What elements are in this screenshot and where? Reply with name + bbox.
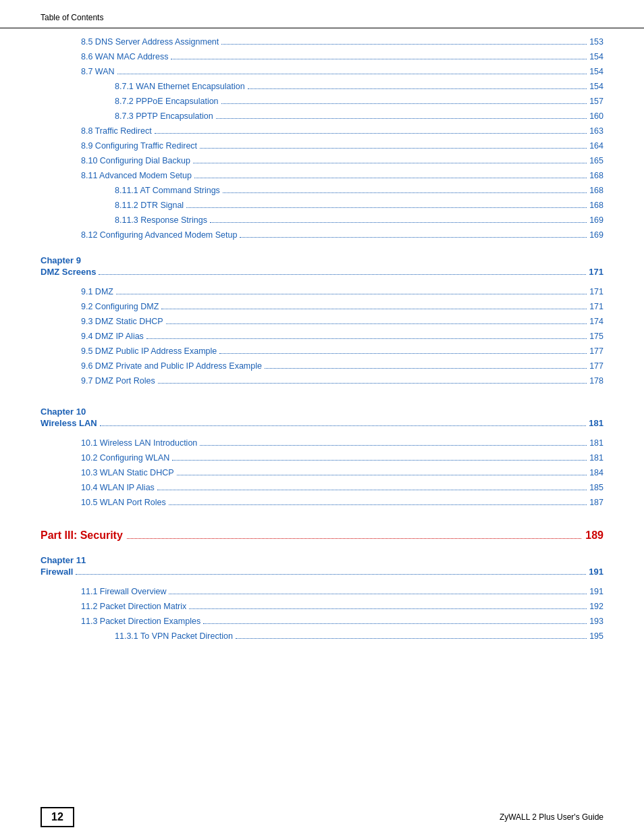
toc-page-8.11: 168 — [589, 169, 603, 182]
chapter-10-heading: Chapter 10 — [41, 407, 603, 417]
toc-label-8.11.1: 8.11.1 AT Command Strings — [115, 184, 220, 197]
toc-page-11.3: 193 — [589, 615, 603, 628]
toc-row-8.7.1[interactable]: 8.7.1 WAN Ethernet Encapsulation154 — [41, 80, 603, 93]
chapter-9-title: DMZ Screens — [41, 267, 96, 277]
chapter-11-heading: Chapter 11 — [41, 555, 603, 565]
toc-page-10.2: 181 — [589, 451, 603, 465]
toc-row-8.7[interactable]: 8.7 WAN154 — [41, 65, 603, 78]
part-3-page: 189 — [585, 529, 603, 542]
part-3-section: Part III: Security 189 — [41, 529, 603, 542]
toc-label-8.9: 8.9 Configuring Traffic Redirect — [81, 139, 197, 153]
chapter-11-page: 191 — [589, 567, 603, 577]
toc-row-10.1[interactable]: 10.1 Wireless LAN Introduction181 — [41, 436, 603, 450]
part-3-label: Part III: Security — [41, 529, 123, 542]
toc-row-11.2[interactable]: 11.2 Packet Direction Matrix192 — [41, 600, 603, 613]
toc-page-8.11.3: 169 — [589, 213, 603, 227]
toc-row-9.7[interactable]: 9.7 DMZ Port Roles178 — [41, 374, 603, 388]
toc-label-8.11.2: 8.11.2 DTR Signal — [115, 199, 184, 212]
toc-row-10.5[interactable]: 10.5 WLAN Port Roles187 — [41, 496, 603, 509]
toc-page-10.4: 185 — [589, 481, 603, 494]
toc-content: 8.5 DNS Server Address Assignment1538.6 … — [0, 35, 644, 643]
footer: 12 ZyWALL 2 Plus User's Guide — [0, 800, 644, 834]
toc-row-11.3.1[interactable]: 11.3.1 To VPN Packet Direction195 — [41, 629, 603, 643]
toc-page-10.3: 184 — [589, 466, 603, 479]
toc-row-8.6[interactable]: 8.6 WAN MAC Address154 — [41, 50, 603, 63]
toc-page-11.3.1: 195 — [589, 629, 603, 643]
toc-dots-8.11 — [194, 178, 587, 178]
toc-dots-8.12 — [240, 237, 587, 238]
chapter-11-dots — [76, 574, 586, 575]
toc-page-8.7: 154 — [589, 65, 603, 78]
chapter-10-dots — [100, 425, 587, 426]
toc-row-10.4[interactable]: 10.4 WLAN IP Alias185 — [41, 481, 603, 494]
toc-row-8.12[interactable]: 8.12 Configuring Advanced Modem Setup169 — [41, 228, 603, 242]
toc-row-11.3[interactable]: 11.3 Packet Direction Examples193 — [41, 615, 603, 628]
toc-row-8.11.1[interactable]: 8.11.1 AT Command Strings168 — [41, 184, 603, 197]
toc-row-9.2[interactable]: 9.2 Configuring DMZ171 — [41, 300, 603, 313]
toc-row-8.7.2[interactable]: 8.7.2 PPPoE Encapsulation157 — [41, 95, 603, 108]
toc-dots-8.7.1 — [248, 88, 587, 89]
toc-dots-8.11.3 — [210, 222, 587, 223]
toc-dots-8.5 — [221, 44, 587, 45]
toc-dots-10.2 — [172, 460, 587, 461]
toc-row-8.9[interactable]: 8.9 Configuring Traffic Redirect164 — [41, 139, 603, 153]
chapter-9-dots — [99, 274, 586, 275]
toc-page-9.2: 171 — [589, 300, 603, 313]
toc-label-9.4: 9.4 DMZ IP Alias — [81, 330, 144, 343]
toc-dots-8.7.3 — [216, 118, 587, 119]
toc-row-11.1[interactable]: 11.1 Firewall Overview191 — [41, 585, 603, 598]
toc-row-9.6[interactable]: 9.6 DMZ Private and Public IP Address Ex… — [41, 359, 603, 373]
toc-label-8.8: 8.8 Traffic Redirect — [81, 124, 152, 138]
chapter-11-title: Firewall — [41, 567, 73, 577]
toc-row-9.1[interactable]: 9.1 DMZ171 — [41, 285, 603, 298]
toc-dots-11.2 — [189, 608, 587, 609]
toc-dots-9.3 — [166, 323, 587, 324]
toc-row-10.3[interactable]: 10.3 WLAN Static DHCP184 — [41, 466, 603, 479]
toc-dots-8.7.2 — [221, 103, 587, 104]
toc-row-8.5[interactable]: 8.5 DNS Server Address Assignment153 — [41, 35, 603, 49]
toc-page-8.10: 165 — [589, 154, 603, 167]
toc-label-10.3: 10.3 WLAN Static DHCP — [81, 466, 174, 479]
toc-row-8.10[interactable]: 8.10 Configuring Dial Backup165 — [41, 154, 603, 167]
toc-row-8.11[interactable]: 8.11 Advanced Modem Setup168 — [41, 169, 603, 182]
toc-row-9.5[interactable]: 9.5 DMZ Public IP Address Example177 — [41, 344, 603, 358]
toc-row-10.2[interactable]: 10.2 Configuring WLAN181 — [41, 451, 603, 465]
toc-page-8.7.3: 160 — [589, 109, 603, 123]
toc-row-9.4[interactable]: 9.4 DMZ IP Alias175 — [41, 330, 603, 343]
toc-dots-9.7 — [158, 383, 587, 384]
part-3-row: Part III: Security 189 — [41, 529, 603, 542]
toc-dots-9.5 — [219, 353, 587, 354]
toc-row-8.11.3[interactable]: 8.11.3 Response Strings169 — [41, 213, 603, 227]
toc-page-8.5: 153 — [589, 35, 603, 49]
toc-dots-10.1 — [200, 445, 587, 446]
chapter-11-entries: 11.1 Firewall Overview19111.2 Packet Dir… — [41, 585, 603, 643]
toc-row-8.11.2[interactable]: 8.11.2 DTR Signal168 — [41, 199, 603, 212]
toc-label-9.1: 9.1 DMZ — [81, 285, 113, 298]
part-3-dots — [127, 538, 581, 539]
toc-label-8.10: 8.10 Configuring Dial Backup — [81, 154, 190, 167]
toc-label-9.5: 9.5 DMZ Public IP Address Example — [81, 344, 217, 358]
toc-dots-10.4 — [157, 490, 587, 490]
toc-label-11.2: 11.2 Packet Direction Matrix — [81, 600, 186, 613]
toc-page-9.3: 174 — [589, 315, 603, 328]
toc-page-10.5: 187 — [589, 496, 603, 509]
header-title: Table of Contents — [41, 13, 103, 22]
toc-label-9.3: 9.3 DMZ Static DHCP — [81, 315, 163, 328]
toc-row-8.7.3[interactable]: 8.7.3 PPTP Encapsulation160 — [41, 109, 603, 123]
toc-page-9.5: 177 — [589, 344, 603, 358]
footer-guide-title: ZyWALL 2 Plus User's Guide — [500, 812, 603, 822]
chapter-9-title-row: DMZ Screens 171 — [41, 267, 603, 277]
toc-row-9.3[interactable]: 9.3 DMZ Static DHCP174 — [41, 315, 603, 328]
toc-page-11.1: 191 — [589, 585, 603, 598]
header: Table of Contents — [0, 0, 644, 28]
chapter-11-title-row: Firewall 191 — [41, 567, 603, 577]
toc-page-9.7: 178 — [589, 374, 603, 388]
toc-dots-11.3.1 — [236, 638, 587, 639]
toc-label-8.7: 8.7 WAN — [81, 65, 115, 78]
toc-label-8.7.3: 8.7.3 PPTP Encapsulation — [115, 109, 213, 123]
toc-row-8.8[interactable]: 8.8 Traffic Redirect163 — [41, 124, 603, 138]
toc-label-8.12: 8.12 Configuring Advanced Modem Setup — [81, 228, 237, 242]
toc-label-8.11.3: 8.11.3 Response Strings — [115, 213, 207, 227]
toc-page-8.7.2: 157 — [589, 95, 603, 108]
toc-dots-9.2 — [161, 309, 587, 309]
